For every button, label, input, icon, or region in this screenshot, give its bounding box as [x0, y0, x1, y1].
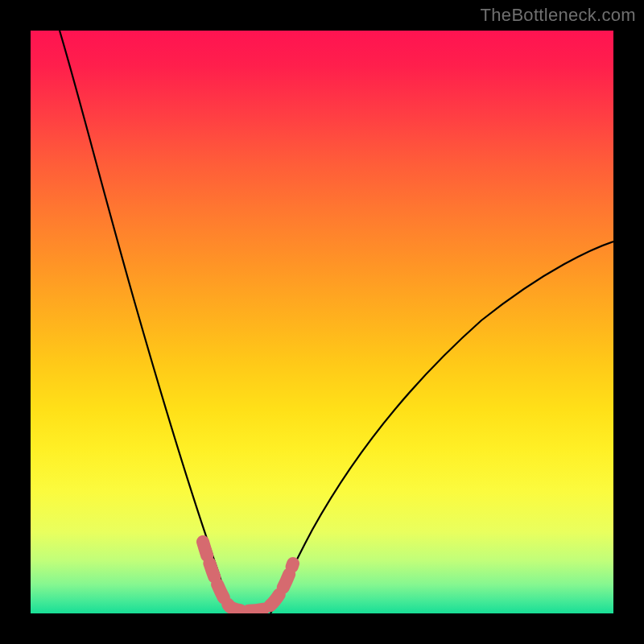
left-branch-curve: [60, 31, 232, 613]
plot-area: [31, 31, 613, 613]
chart-lines: [31, 31, 613, 613]
chart-frame: TheBottleneck.com: [0, 0, 644, 644]
right-branch-curve: [270, 242, 613, 613]
watermark-text: TheBottleneck.com: [481, 5, 636, 26]
trough-marker-curve: [203, 542, 293, 611]
